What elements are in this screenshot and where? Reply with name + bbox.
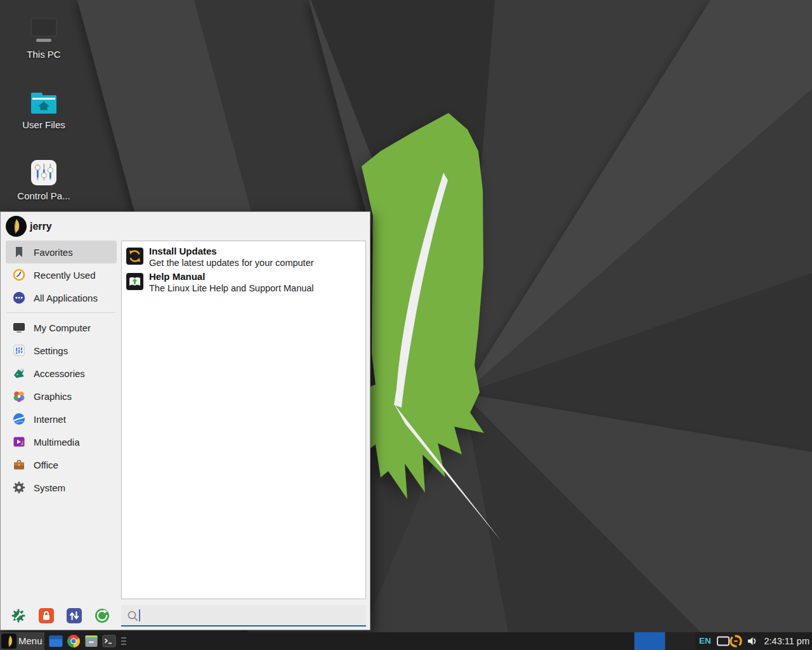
sidebar-separator (7, 312, 115, 313)
sidebar-item-recently-used[interactable]: Recently Used (6, 263, 117, 286)
app-item-help-manual[interactable]: Help Manual The Linux Lite Help and Supp… (126, 270, 362, 294)
sidebar-item-office[interactable]: Office (6, 453, 117, 476)
install-updates-icon (126, 248, 143, 265)
sidebar-item-label: Recently Used (34, 270, 96, 281)
sidebar-item-system[interactable]: System (6, 476, 117, 499)
volume-icon[interactable] (746, 634, 760, 650)
system-icon (12, 481, 26, 494)
computer-icon (12, 321, 26, 335)
username: jerry (30, 212, 52, 241)
folder-home-icon (29, 90, 59, 116)
accessories-icon (12, 366, 26, 380)
sidebar-item-label: Multimedia (34, 437, 80, 448)
terminal-icon[interactable] (102, 633, 117, 649)
search-icon (126, 609, 139, 622)
desktop-icon-label: Control Pa... (12, 190, 75, 201)
sidebar-item-multimedia[interactable]: Multimedia (6, 430, 117, 453)
workspace-switcher[interactable] (634, 632, 695, 650)
sidebar-item-label: All Applications (34, 293, 98, 303)
internet-icon (12, 412, 26, 426)
help-manual-icon (126, 273, 143, 290)
all-apps-icon (12, 291, 26, 305)
sidebar-item-my-computer[interactable]: My Computer (6, 316, 117, 339)
keyboard-layout-indicator[interactable]: EN (699, 632, 711, 650)
sidebar-item-label: Settings (34, 345, 68, 356)
app-item-title: Help Manual (149, 270, 314, 282)
switch-user-icon[interactable] (67, 608, 82, 623)
settings-icon (12, 343, 26, 357)
sidebar-item-graphics[interactable]: Graphics (6, 385, 117, 408)
bookmark-icon (12, 245, 26, 259)
sidebar-item-label: Accessories (34, 368, 85, 379)
sidebar-item-label: System (34, 482, 65, 493)
computer-icon (29, 17, 59, 45)
sidebar-item-label: My Computer (34, 322, 91, 333)
whisker-menu: jerry Favorites Recently Used (0, 211, 370, 630)
text-caret (139, 609, 140, 621)
lock-screen-icon[interactable] (39, 608, 54, 623)
menu-sidebar: Favorites Recently Used (6, 241, 117, 499)
taskbar: Menu (0, 632, 812, 650)
applications-panel: Install Updates Get the latest updates f… (121, 241, 366, 599)
taskbar-menu-button[interactable]: Menu (0, 632, 44, 650)
menu-button-label: Menu (18, 632, 43, 650)
menu-header: jerry (1, 212, 370, 241)
file-manager-icon[interactable] (48, 633, 63, 649)
multimedia-icon (12, 435, 26, 449)
desktop-icon-this-pc[interactable]: This PC (12, 17, 75, 60)
app-item-install-updates[interactable]: Install Updates Get the latest updates f… (126, 245, 362, 269)
desktop-icon-label: This PC (12, 49, 75, 60)
sidebar-item-settings[interactable]: Settings (6, 339, 117, 362)
quit-icon[interactable] (95, 608, 110, 623)
menu-search (121, 605, 366, 627)
graphics-icon (12, 389, 26, 403)
desktop-icon-user-files[interactable]: User Files (12, 90, 75, 130)
sidebar-item-favorites[interactable]: Favorites (6, 241, 117, 263)
workspace-2[interactable] (665, 632, 695, 650)
app-item-subtitle: Get the latest updates for your computer (149, 257, 314, 269)
workspace-1-active[interactable] (634, 632, 665, 650)
clock[interactable]: 2:43:11 pm (763, 632, 809, 650)
sidebar-item-all-applications[interactable]: All Applications (6, 286, 117, 309)
display-icon[interactable] (716, 634, 730, 650)
user-avatar-icon[interactable] (6, 216, 27, 237)
menu-actions (11, 605, 110, 626)
sidebar-item-label: Favorites (34, 247, 73, 258)
desktop-icon-label: User Files (12, 119, 75, 130)
app-item-subtitle: The Linux Lite Help and Support Manual (149, 282, 314, 294)
chrome-icon[interactable] (66, 633, 81, 649)
app-item-title: Install Updates (149, 245, 314, 257)
settings-manager-icon[interactable] (11, 608, 26, 623)
sidebar-item-accessories[interactable]: Accessories (6, 362, 117, 385)
sidebar-item-label: Office (34, 460, 58, 470)
desktop-icon-control-panel[interactable]: Control Pa... (12, 159, 75, 201)
file-cabinet-icon[interactable] (84, 633, 99, 649)
control-panel-icon (30, 159, 58, 187)
panel-handle[interactable] (121, 637, 126, 646)
clock-icon (12, 268, 26, 282)
search-input[interactable] (144, 605, 362, 627)
updates-available-icon[interactable] (729, 634, 743, 650)
sidebar-item-internet[interactable]: Internet (6, 408, 117, 430)
office-icon (12, 458, 26, 472)
sidebar-item-label: Internet (34, 414, 66, 425)
sidebar-item-label: Graphics (34, 391, 72, 402)
linux-lite-feather-icon (1, 633, 16, 650)
desktop: This PC User Files Control Pa... (0, 0, 812, 650)
